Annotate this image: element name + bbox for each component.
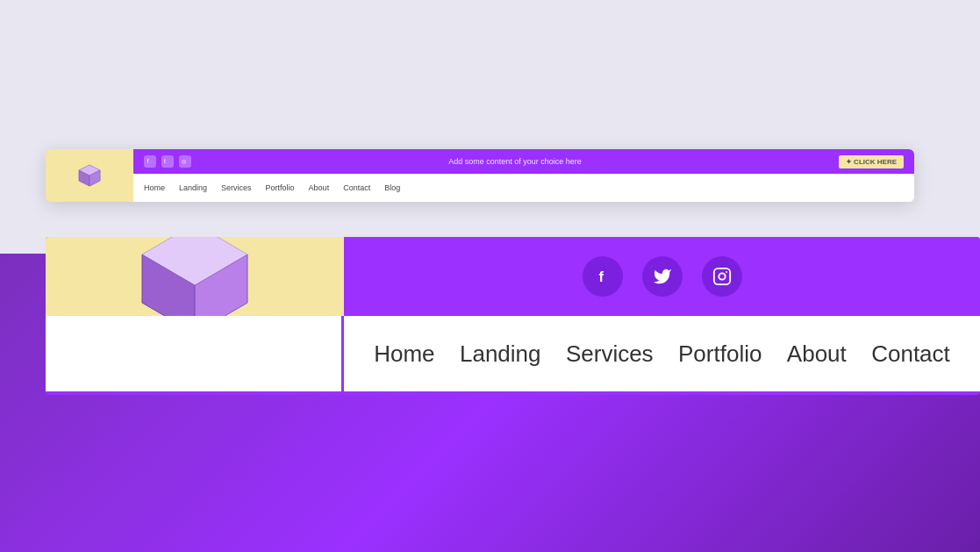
small-navbar-right: f t ◎ Add some content of your choice he… [133, 149, 914, 202]
large-twitter-icon[interactable] [642, 256, 683, 297]
small-topbar-text: Add some content of your choice here [448, 157, 582, 166]
small-logo-area [46, 149, 133, 202]
small-preview-navbar: f t ◎ Add some content of your choice he… [46, 149, 914, 202]
large-topbar: f [46, 237, 980, 316]
svg-point-13 [719, 273, 725, 279]
large-nav-portfolio[interactable]: Portfolio [678, 341, 762, 368]
small-nav-home[interactable]: Home [144, 183, 165, 192]
small-facebook-icon[interactable]: f [144, 155, 156, 168]
small-cube-icon [75, 161, 104, 190]
large-nav-home[interactable]: Home [374, 341, 434, 368]
large-logo-area [46, 237, 344, 316]
large-nav-logo-space [46, 316, 344, 391]
small-social-icons: f t ◎ [144, 155, 191, 168]
large-preview-navbar: f Home Landing [46, 237, 980, 395]
small-nav-portfolio[interactable]: Portfolio [266, 183, 295, 192]
large-nav-services[interactable]: Services [566, 341, 654, 368]
small-topbar: f t ◎ Add some content of your choice he… [133, 149, 914, 174]
svg-text:t: t [164, 158, 166, 164]
svg-rect-12 [713, 269, 729, 284]
large-instagram-icon[interactable] [702, 256, 742, 297]
small-nav-landing[interactable]: Landing [179, 183, 207, 192]
svg-point-14 [726, 271, 727, 273]
small-twitter-icon[interactable]: t [161, 155, 174, 168]
small-instagram-icon[interactable]: ◎ [179, 155, 191, 168]
svg-text:f: f [598, 269, 604, 284]
small-nav-services[interactable]: Services [221, 183, 252, 192]
svg-text:◎: ◎ [182, 158, 186, 164]
small-nav-about[interactable]: About [309, 183, 330, 192]
small-nav-blog[interactable]: Blog [384, 183, 400, 192]
large-nav-landing[interactable]: Landing [460, 341, 541, 368]
large-facebook-icon[interactable]: f [583, 256, 623, 297]
large-nav-contact[interactable]: Contact [871, 341, 950, 368]
large-navbar: Home Landing Services Portfolio About Co… [46, 316, 980, 391]
small-navbar: Home Landing Services Portfolio About Co… [133, 174, 914, 202]
large-nav-items: Home Landing Services Portfolio About Co… [344, 316, 980, 391]
large-social-area: f [344, 237, 980, 316]
svg-text:f: f [147, 158, 149, 165]
large-nav-about[interactable]: About [787, 341, 847, 368]
small-nav-contact[interactable]: Contact [343, 183, 370, 192]
small-cta-button[interactable]: ✦ CLICK HERE [839, 155, 904, 168]
